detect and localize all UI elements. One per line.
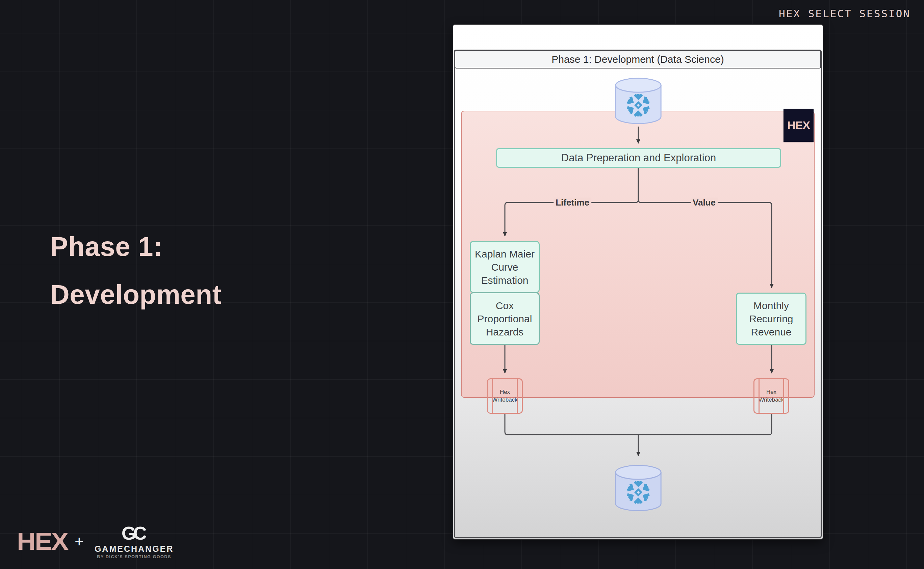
node-data-preparation: Data Preperation and Exploration bbox=[496, 148, 781, 168]
node-monthly-recurring-revenue: Monthly Recurring Revenue bbox=[736, 293, 807, 345]
edge-label-value: Value bbox=[691, 198, 718, 208]
gamechanger-wordmark: GAMECHANGER bbox=[95, 545, 174, 553]
node-hex-writeback-right: Hex Writeback bbox=[753, 378, 789, 414]
node-cox-hazards: Cox Proportional Hazards bbox=[470, 292, 540, 345]
hex-badge: HEX bbox=[784, 109, 814, 142]
plus-separator: + bbox=[75, 534, 84, 549]
hex-writeback-left-label: Hex Writeback bbox=[488, 388, 522, 404]
footer-logos: HEX + GC GAMECHANGER BY DICK'S SPORTING … bbox=[17, 524, 174, 559]
node-kaplan-meier: Kaplan Maier Curve Estimation bbox=[470, 241, 540, 293]
slide-heading: Phase 1: Development bbox=[50, 223, 221, 319]
slide-heading-line1: Phase 1: bbox=[50, 223, 221, 271]
session-label: HEX SELECT SESSION bbox=[779, 8, 910, 20]
flow-title: Phase 1: Development (Data Science) bbox=[552, 54, 724, 65]
diagram-panel: Phase 1: Development (Data Science) HEX bbox=[453, 24, 823, 539]
snowflake-database-bottom-icon bbox=[611, 462, 665, 515]
hex-logo: HEX bbox=[17, 529, 67, 554]
hex-badge-icon: HEX bbox=[787, 120, 810, 131]
edge-label-lifetime: Lifetime bbox=[553, 198, 592, 208]
snowflake-database-top-icon bbox=[611, 75, 665, 128]
hex-writeback-right-label: Hex Writeback bbox=[755, 388, 788, 404]
gc-monogram-icon: GC bbox=[122, 524, 147, 543]
flow-title-bar: Phase 1: Development (Data Science) bbox=[454, 50, 821, 68]
node-hex-writeback-left: Hex Writeback bbox=[487, 378, 523, 414]
slide: HEX SELECT SESSION Phase 1: Development … bbox=[0, 0, 924, 569]
slide-heading-line2: Development bbox=[50, 271, 221, 319]
gamechanger-tagline: BY DICK'S SPORTING GOODS bbox=[97, 555, 171, 559]
gamechanger-logo: GC GAMECHANGER BY DICK'S SPORTING GOODS bbox=[95, 524, 174, 559]
